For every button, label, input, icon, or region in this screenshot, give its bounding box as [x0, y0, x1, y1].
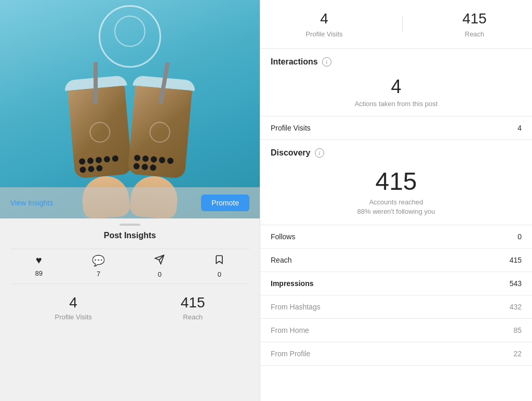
profile-visits-stat: 4 Profile Visits: [55, 294, 91, 321]
bubble: [79, 158, 86, 165]
scroll-indicator: [119, 224, 140, 226]
from-home-label: From Home: [271, 326, 309, 334]
engagement-stats-row: ♥ 89 💬 7 0: [10, 249, 249, 284]
top-reach-label: Reach: [465, 30, 485, 38]
straw-left: [94, 62, 98, 104]
bubble: [151, 156, 157, 163]
send-icon: [154, 254, 165, 267]
comments-stat: 💬 7: [92, 254, 105, 278]
shares-stat: 0: [154, 254, 165, 278]
follows-value: 0: [517, 232, 522, 241]
discovery-sublabel: Accounts reached 88% weren't following y…: [271, 198, 522, 216]
from-home-value: 85: [513, 326, 522, 334]
image-bottom-bar: View Insights Promote: [0, 187, 260, 218]
from-hashtags-label: From Hashtags: [271, 303, 321, 311]
from-hashtags-row: From Hashtags 432: [260, 295, 532, 319]
impressions-label: Impressions: [271, 279, 313, 288]
from-profile-label: From Profile: [271, 350, 310, 358]
bubble: [103, 156, 110, 163]
top-reach: 415 Reach: [462, 10, 487, 38]
cup-logo-left: [89, 121, 111, 144]
heart-icon: ♥: [36, 254, 42, 266]
reach-label: Reach: [271, 256, 291, 264]
bubbles-right: [133, 154, 181, 173]
circle-decoration-inner: [114, 16, 145, 47]
view-insights-button[interactable]: View Insights: [10, 199, 53, 207]
post-insights-section: Post Insights ♥ 89 💬 7 0: [0, 231, 260, 331]
interactions-info-icon[interactable]: i: [322, 57, 331, 67]
bubble: [87, 158, 94, 164]
reach-label: Reach: [183, 313, 203, 321]
cup-logo-right: [149, 121, 171, 144]
bubble: [167, 158, 174, 164]
bubbles-left: [79, 154, 127, 173]
interactions-title: Interactions: [271, 57, 318, 67]
discovery-content: 415 Accounts reached 88% weren't followi…: [260, 162, 532, 225]
bookmark-icon: [214, 254, 224, 267]
follows-row: Follows 0: [260, 225, 532, 249]
bubble: [158, 157, 165, 163]
bubble: [133, 163, 140, 170]
discovery-info-icon[interactable]: i: [315, 148, 324, 158]
from-hashtags-value: 432: [510, 303, 522, 311]
profile-visits-row-value: 4: [517, 124, 522, 132]
interactions-number: 4: [271, 76, 522, 98]
bubble: [112, 155, 118, 162]
likes-count: 89: [35, 269, 43, 277]
bubble: [134, 154, 141, 161]
bubble: [142, 156, 149, 162]
bubble: [141, 163, 148, 170]
top-profile-visits: 4 Profile Visits: [305, 10, 342, 38]
reach-row: Reach 415: [260, 249, 532, 272]
post-insights-title: Post Insights: [10, 231, 249, 240]
discovery-number: 415: [271, 167, 522, 196]
reach-stat: 415 Reach: [181, 294, 205, 321]
comment-icon: 💬: [92, 254, 105, 267]
interactions-section-header: Interactions i: [260, 49, 532, 71]
profile-visits-row: Profile Visits 4: [260, 117, 532, 140]
saves-stat: 0: [214, 254, 224, 278]
reach-number: 415: [181, 294, 205, 311]
likes-stat: ♥ 89: [35, 254, 43, 278]
top-metrics: 4 Profile Visits 415 Reach: [260, 0, 532, 49]
discovery-title: Discovery: [271, 148, 311, 158]
top-reach-number: 415: [462, 10, 487, 27]
profile-visits-number: 4: [69, 294, 77, 311]
saves-count: 0: [218, 270, 221, 278]
bubble: [95, 157, 102, 163]
impressions-value: 543: [510, 279, 522, 288]
from-home-row: From Home 85: [260, 319, 532, 342]
shares-count: 0: [158, 270, 162, 278]
bubble: [88, 165, 95, 172]
follows-label: Follows: [271, 232, 295, 241]
discovery-section-header: Discovery i: [260, 140, 532, 162]
bottom-stats-row: 4 Profile Visits 415 Reach: [10, 284, 249, 331]
right-panel: 4 Profile Visits 415 Reach Interactions …: [260, 0, 532, 401]
post-image: View Insights Promote: [0, 0, 260, 218]
promote-button[interactable]: Promote: [201, 195, 249, 211]
from-profile-value: 22: [513, 350, 522, 358]
bubble: [150, 164, 156, 171]
metrics-divider: [402, 16, 403, 33]
bubble: [96, 165, 103, 172]
top-profile-visits-number: 4: [320, 10, 328, 27]
interactions-sublabel: Actions taken from this post: [271, 100, 522, 108]
profile-visits-label: Profile Visits: [55, 313, 91, 321]
comments-count: 7: [97, 270, 100, 278]
left-panel: View Insights Promote Post Insights ♥ 89…: [0, 0, 260, 401]
reach-value: 415: [510, 256, 522, 264]
interactions-content: 4 Actions taken from this post: [260, 71, 532, 117]
impressions-row: Impressions 543: [260, 272, 532, 295]
from-profile-row: From Profile 22: [260, 342, 532, 366]
bubble: [79, 166, 86, 173]
top-profile-visits-label: Profile Visits: [305, 30, 342, 38]
profile-visits-row-label: Profile Visits: [271, 124, 311, 132]
